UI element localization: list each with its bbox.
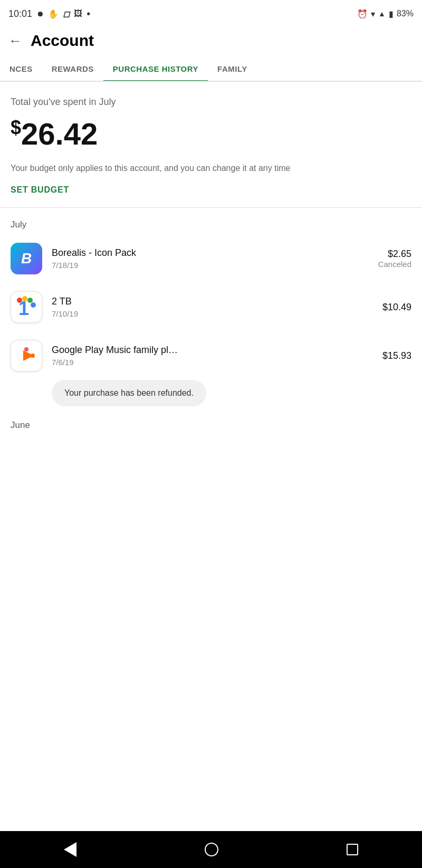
budget-note: Your budget only applies to this account… [11, 162, 411, 175]
svg-point-1 [17, 298, 22, 303]
amount-value: 26.42 [21, 117, 98, 151]
nav-home-button[interactable] [205, 843, 218, 856]
borealis-icon: B [11, 243, 42, 274]
tabs-bar: NCES REWARDS PURCHASE HISTORY FAMILY [0, 57, 422, 82]
battery-icon: ▮ [389, 9, 394, 19]
borealis-date: 7/18/19 [52, 261, 378, 270]
status-bar: 10:01 ⏺ ✋ ◻ 🖼 • ⏰ ▾ ▲ ▮ 83% [0, 0, 422, 26]
signal-icon: ▲ [378, 9, 386, 18]
recents-square-icon [347, 844, 358, 855]
borealis-status: Canceled [378, 260, 411, 269]
purchase-item-borealis[interactable]: B Borealis - Icon Pack 7/18/19 $2.65 Can… [0, 234, 422, 283]
svg-point-3 [27, 298, 33, 303]
time-display: 10:01 [8, 8, 32, 20]
recording-icon: ⏺ [36, 9, 44, 18]
2tb-info: 2 TB 7/10/19 [52, 296, 382, 318]
status-indicators: ⏰ ▾ ▲ ▮ 83% [357, 9, 414, 19]
home-circle-icon [205, 843, 218, 856]
tab-family[interactable]: FAMILY [208, 57, 257, 81]
borealis-price-area: $2.65 Canceled [378, 249, 411, 269]
budget-label: Total you've spent in July [11, 97, 411, 108]
tab-rewards[interactable]: REWARDS [42, 57, 103, 81]
tab-nces[interactable]: NCES [0, 57, 42, 81]
july-section: July B Borealis - Icon Pack 7/18/19 $2.6… [0, 208, 422, 415]
borealis-name: Borealis - Icon Pack [52, 247, 378, 259]
tab-purchase-history[interactable]: PURCHASE HISTORY [103, 57, 208, 81]
svg-point-2 [22, 296, 27, 301]
back-button[interactable]: ← [8, 33, 22, 49]
2tb-date: 7/10/19 [52, 309, 382, 318]
status-time: 10:01 ⏺ ✋ ◻ 🖼 • [8, 8, 90, 20]
june-month-header: June [11, 420, 411, 431]
gpm-date: 7/6/19 [52, 358, 382, 367]
wifi-icon: ▾ [371, 9, 375, 19]
set-budget-button[interactable]: SET BUDGET [11, 185, 69, 195]
2tb-price: $10.49 [382, 302, 411, 313]
svg-point-8 [31, 354, 35, 358]
refund-tooltip-container: Your purchase has been refunded. [0, 380, 422, 415]
dot-icon: • [87, 8, 90, 20]
gpm-info: Google Play Music family pl… 7/6/19 [52, 345, 382, 367]
june-section: June [0, 415, 422, 441]
2tb-name: 2 TB [52, 296, 382, 307]
alarm-icon: ⏰ [357, 9, 368, 19]
google-one-icon: 1 [11, 291, 42, 323]
borealis-info: Borealis - Icon Pack 7/18/19 [52, 247, 378, 270]
2tb-price-area: $10.49 [382, 302, 411, 313]
bottom-nav-bar [0, 831, 422, 868]
page-title: Account [31, 32, 94, 50]
nav-recents-button[interactable] [347, 844, 358, 855]
gpm-name: Google Play Music family pl… [52, 345, 382, 356]
gpm-svg [15, 344, 38, 367]
july-month-header: July [0, 208, 422, 234]
gpm-price-area: $15.93 [382, 350, 411, 361]
header: ← Account [0, 26, 422, 57]
svg-point-7 [24, 347, 28, 351]
battery-level: 83% [397, 9, 414, 18]
purchase-item-gpm[interactable]: Google Play Music family pl… 7/6/19 $15.… [0, 331, 422, 380]
image-icon: 🖼 [74, 9, 82, 18]
budget-amount: $26.42 [11, 116, 411, 151]
back-triangle-icon [64, 842, 76, 857]
borealis-letter: B [21, 250, 32, 267]
purchase-item-2tb[interactable]: 1 2 TB 7/10/19 $10.49 [0, 283, 422, 331]
instagram-icon: ◻ [63, 9, 70, 19]
budget-section: Total you've spent in July $26.42 Your b… [0, 82, 422, 207]
dollar-sign: $ [11, 117, 21, 138]
g1-svg: 1 [14, 295, 39, 319]
gpm-price: $15.93 [382, 350, 411, 361]
borealis-price: $2.65 [378, 249, 411, 260]
refund-tooltip: Your purchase has been refunded. [52, 380, 206, 406]
hand-icon: ✋ [48, 9, 59, 19]
svg-point-4 [31, 302, 36, 308]
gpm-app-icon [11, 340, 42, 371]
nav-back-button[interactable] [64, 842, 76, 857]
